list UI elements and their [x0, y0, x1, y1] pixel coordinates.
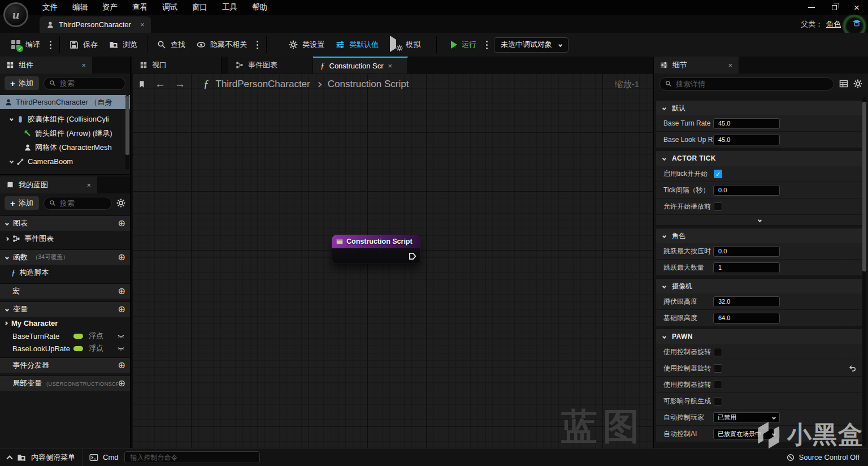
section-macros[interactable]: 宏 ⊕ [0, 283, 130, 299]
compile-button[interactable]: ✓ 编译 [6, 36, 46, 53]
bookmark-icon[interactable] [138, 80, 146, 88]
tab-construction-script[interactable]: ƒ Construction Script × [313, 57, 408, 74]
asset-tab[interactable]: ThirdPersonCharacter × [40, 16, 151, 33]
minimize-button[interactable] [800, 0, 823, 15]
crouched-eye-height-input[interactable] [713, 296, 780, 307]
tab-details[interactable]: 细节 × [654, 57, 739, 74]
back-arrow-icon[interactable]: ← [155, 78, 166, 90]
tab-components[interactable]: 组件 × [0, 57, 92, 74]
start-with-tick-checkbox[interactable] [714, 170, 722, 178]
menu-edit[interactable]: 编辑 [65, 2, 95, 12]
close-icon[interactable]: × [388, 62, 393, 70]
save-button[interactable]: 保存 [64, 36, 103, 53]
section-graphs[interactable]: 图表 ⊕ [0, 215, 130, 231]
section-event-dispatchers[interactable]: 事件分发器 ⊕ [0, 357, 130, 373]
display-grid-icon[interactable] [839, 79, 848, 88]
advanced-expander[interactable] [656, 215, 863, 226]
jump-max-count-input[interactable] [713, 262, 780, 273]
construction-script-node[interactable]: Construction Script [332, 235, 421, 264]
source-control-button[interactable]: Source Control Off [787, 453, 868, 461]
menu-view[interactable]: 查看 [125, 2, 155, 12]
use-controller-rotation-yaw-checkbox[interactable] [714, 364, 722, 373]
close-button[interactable]: × [845, 0, 868, 15]
details-settings-gear-icon[interactable] [853, 79, 862, 88]
menu-debug[interactable]: 调试 [155, 2, 185, 12]
add-dispatcher-icon[interactable]: ⊕ [118, 361, 125, 370]
add-component-button[interactable]: + 添加 [5, 76, 39, 90]
restore-button[interactable] [823, 0, 845, 15]
my-blueprint-search[interactable] [44, 197, 112, 210]
variable-category[interactable]: My Character [0, 317, 130, 330]
settings-gear-icon[interactable] [116, 199, 125, 208]
section-actor-tick[interactable]: ACTOR TICK [656, 151, 863, 166]
allow-tick-before-begin-play-checkbox[interactable] [714, 202, 722, 211]
menu-file[interactable]: 文件 [35, 2, 65, 12]
section-default[interactable]: 默认 [656, 101, 863, 115]
menu-tools[interactable]: 工具 [215, 2, 245, 12]
use-controller-rotation-roll-checkbox[interactable] [714, 381, 722, 389]
run-options-icon[interactable] [482, 41, 492, 49]
asset-tab-close-icon[interactable]: × [140, 20, 145, 29]
variable-row-baseturnrate[interactable]: BaseTurnRate 浮点 [0, 330, 130, 342]
menu-asset[interactable]: 资产 [95, 2, 125, 12]
breadcrumb-current[interactable]: Construction Script [328, 79, 409, 90]
simulate-button[interactable]: 模拟 [384, 36, 426, 53]
hide-unrelated-button[interactable]: 隐藏不相关 [191, 36, 253, 53]
can-affect-navigation-checkbox[interactable] [714, 397, 722, 405]
eye-closed-icon[interactable] [117, 332, 125, 340]
add-macro-icon[interactable]: ⊕ [118, 287, 125, 296]
menu-window[interactable]: 窗口 [185, 2, 215, 12]
add-graph-icon[interactable]: ⊕ [118, 219, 125, 228]
add-local-variable-icon[interactable]: ⊕ [118, 379, 125, 388]
component-row-arrow[interactable]: 箭头组件 (Arrow) (继承) [0, 126, 130, 140]
my-blueprint-search-input[interactable] [60, 199, 106, 208]
browse-button[interactable]: 浏览 [103, 36, 143, 53]
components-search[interactable] [44, 77, 125, 90]
section-pawn[interactable]: PAWN [656, 329, 863, 344]
hide-unrelated-options-icon[interactable] [253, 41, 262, 49]
blueprint-class-icon[interactable] [852, 19, 862, 29]
console-command-input[interactable] [124, 451, 260, 463]
details-scrollbar[interactable] [862, 97, 866, 446]
component-row-mesh[interactable]: 网格体 (CharacterMesh [0, 140, 130, 154]
breadcrumb-root[interactable]: ThirdPersonCharacter [216, 79, 310, 90]
component-row-cameraboom[interactable]: CameraBoom [0, 154, 130, 169]
close-icon[interactable]: × [728, 61, 732, 70]
add-variable-icon[interactable]: ⊕ [118, 305, 125, 314]
exec-pin-icon[interactable] [408, 252, 417, 261]
jump-max-hold-time-input[interactable] [713, 246, 780, 257]
details-search[interactable] [659, 77, 834, 90]
use-controller-rotation-pitch-checkbox[interactable] [714, 348, 722, 356]
item-event-graph[interactable]: 事件图表 [0, 231, 130, 247]
debug-object-dropdown[interactable]: 未选中调试对象 [494, 37, 568, 53]
tab-event-graph[interactable]: 事件图表 [228, 57, 313, 74]
section-local-variables[interactable]: 局部变量 (USERCONSTRUCTIONSCF ⊕ [0, 376, 130, 391]
base-turn-rate-input[interactable] [713, 118, 780, 129]
tick-interval-input[interactable] [713, 185, 780, 196]
section-camera[interactable]: 摄像机 [656, 279, 863, 294]
class-defaults-button[interactable]: 类默认值 [330, 36, 384, 53]
item-construction-script[interactable]: ƒ 构造脚本 [0, 265, 130, 281]
tab-my-blueprint[interactable]: 我的蓝图 × [0, 176, 97, 193]
close-icon[interactable]: × [86, 181, 91, 189]
components-scrollbar[interactable] [125, 95, 129, 170]
compile-options-icon[interactable] [46, 41, 55, 49]
eye-closed-icon[interactable] [117, 344, 125, 352]
component-row-capsule[interactable]: 胶囊体组件 (CollisionCyli [0, 112, 130, 126]
base-look-up-rate-input[interactable] [713, 135, 780, 145]
section-character[interactable]: 角色 [656, 228, 863, 243]
find-button[interactable]: 查找 [151, 36, 191, 53]
menu-help[interactable]: 帮助 [245, 2, 275, 12]
forward-arrow-icon[interactable]: → [175, 78, 185, 90]
components-search-input[interactable] [60, 79, 120, 88]
close-icon[interactable]: × [81, 61, 86, 70]
section-functions[interactable]: 函数 （34可覆盖） ⊕ [0, 249, 130, 265]
add-function-icon[interactable]: ⊕ [118, 253, 125, 262]
class-settings-button[interactable]: 类设置 [283, 36, 330, 53]
add-blueprint-item-button[interactable]: + 添加 [5, 196, 39, 210]
details-search-input[interactable] [676, 80, 828, 88]
graph-canvas[interactable]: ← → ƒ ThirdPersonCharacter Construction … [132, 74, 653, 448]
variable-row-baselookuprate[interactable]: BaseLookUpRate 浮点 [0, 342, 130, 355]
revert-icon[interactable] [848, 364, 856, 372]
section-variables[interactable]: 变量 ⊕ [0, 301, 130, 317]
